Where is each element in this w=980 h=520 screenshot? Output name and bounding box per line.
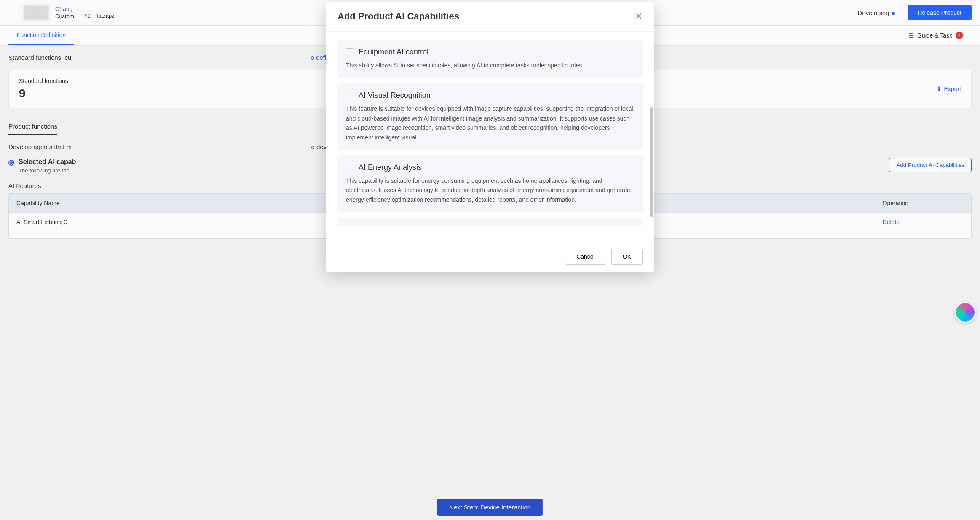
capability-option-desc: This feature is suitable for devices equ… <box>346 104 634 142</box>
cancel-button[interactable]: Cancel <box>565 249 606 265</box>
modal-overlay: Add Product AI Capabilities ✕ Equipment … <box>0 0 980 520</box>
capability-option[interactable] <box>337 218 643 226</box>
close-icon[interactable]: ✕ <box>635 11 643 22</box>
add-capabilities-modal: Add Product AI Capabilities ✕ Equipment … <box>326 2 654 272</box>
capability-option[interactable]: AI Visual Recognition This feature is su… <box>337 83 643 150</box>
capability-option[interactable]: Equipment AI control This ability allows… <box>337 40 643 78</box>
capability-option[interactable]: AI Energy Analysis This capability is su… <box>337 155 643 212</box>
capability-checkbox[interactable] <box>346 48 353 56</box>
capability-option-desc: This capability is suitable for energy-c… <box>346 176 634 204</box>
capability-option-title: AI Visual Recognition <box>359 91 431 100</box>
capability-checkbox[interactable] <box>346 92 353 99</box>
ok-button[interactable]: OK <box>611 249 643 265</box>
modal-title: Add Product AI Capabilities <box>337 11 459 22</box>
scrollbar[interactable] <box>650 65 653 241</box>
capability-option-title: Equipment AI control <box>359 48 428 56</box>
capability-option-desc: This ability allows AI to set specific r… <box>346 61 634 70</box>
capability-option-title: AI Energy Analysis <box>359 163 422 172</box>
capability-checkbox[interactable] <box>346 164 353 171</box>
